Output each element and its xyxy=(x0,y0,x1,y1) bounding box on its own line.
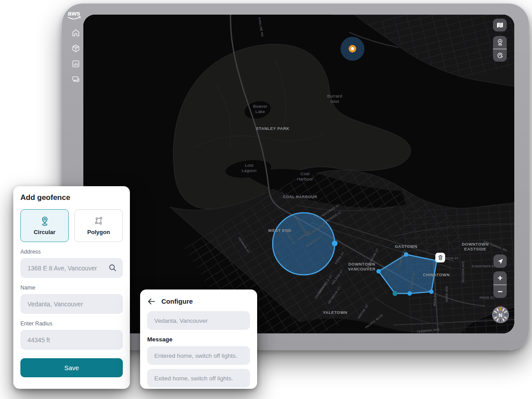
circle-radius-handle xyxy=(332,241,338,246)
current-location-marker xyxy=(340,37,364,61)
name-input[interactable] xyxy=(20,294,123,314)
name-label: Name xyxy=(20,285,123,291)
save-button[interactable]: Save xyxy=(20,358,123,377)
polygon-label: Polygon xyxy=(87,229,110,235)
configure-title: Configure xyxy=(161,297,193,305)
map-style-icon xyxy=(496,21,504,29)
home-icon[interactable] xyxy=(71,28,80,37)
trash-icon xyxy=(438,254,443,261)
address-input[interactable] xyxy=(20,258,123,278)
add-location-button[interactable] xyxy=(493,36,507,49)
zoom-in-button[interactable]: + xyxy=(493,271,507,285)
geofence-radar-button[interactable] xyxy=(493,49,507,62)
radius-input[interactable] xyxy=(20,330,123,350)
message-label: Message xyxy=(147,336,250,343)
polygon-shape-icon xyxy=(94,216,104,227)
back-arrow-icon[interactable] xyxy=(147,298,156,305)
geofence-tools-group xyxy=(493,36,507,62)
analytics-icon[interactable] xyxy=(71,59,80,68)
compass-control[interactable]: N xyxy=(492,306,509,323)
map-style-button[interactable] xyxy=(493,19,507,31)
exited-message-input[interactable] xyxy=(147,369,250,387)
services-cube-icon[interactable] xyxy=(71,44,80,53)
aws-logo: aws xyxy=(65,9,83,23)
panel-title: Add geofence xyxy=(20,193,123,202)
compass-north-label: N xyxy=(499,313,502,318)
delete-geofence-button[interactable] xyxy=(435,253,445,262)
configure-name-input[interactable] xyxy=(147,311,250,330)
geofence-type-circular[interactable]: Circular xyxy=(20,209,69,242)
geofence-radar-icon xyxy=(496,51,504,59)
chat-icon[interactable] xyxy=(71,75,80,84)
zoom-out-button[interactable]: − xyxy=(493,285,507,298)
map-canvas[interactable]: Burrard Inlet Beaver Lake STANLEY PARK L… xyxy=(83,15,514,333)
search-icon[interactable] xyxy=(108,263,117,272)
address-label: Address xyxy=(20,249,123,255)
circular-label: Circular xyxy=(34,229,55,235)
aws-logo-text: aws xyxy=(68,9,80,17)
navigate-button[interactable] xyxy=(493,254,507,268)
navigate-arrow-icon xyxy=(497,258,504,265)
add-location-pin-icon xyxy=(496,38,504,47)
zoom-control: + − xyxy=(493,271,507,298)
configure-panel: Configure Message xyxy=(140,289,257,389)
geofence-type-polygon[interactable]: Polygon xyxy=(74,209,123,242)
add-geofence-panel: Add geofence Circular Polygon xyxy=(13,186,130,389)
circular-pin-icon xyxy=(40,216,50,227)
entered-message-input[interactable] xyxy=(147,346,250,365)
radius-label: Enter Radius xyxy=(20,321,123,327)
